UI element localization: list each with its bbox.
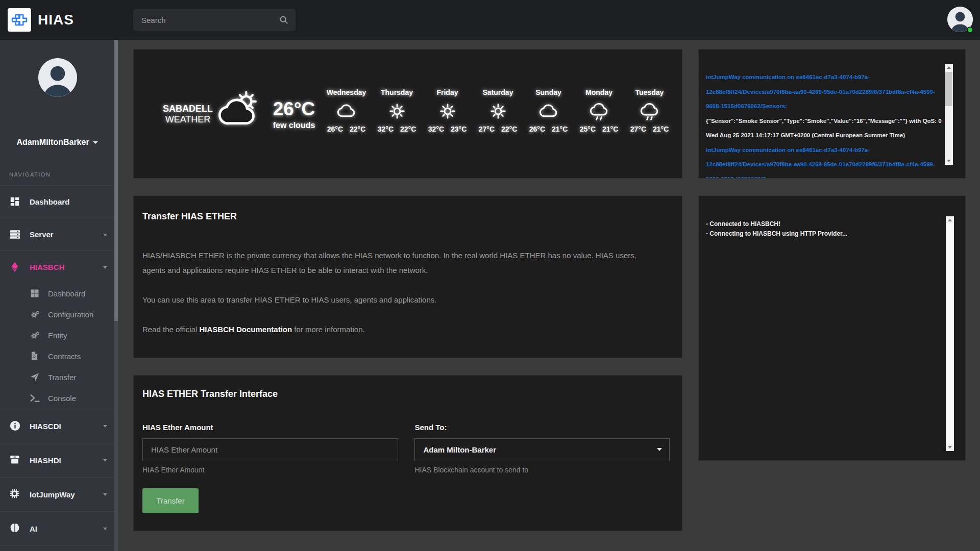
hiasbch-status-panel: - Connected to HIASBCH! - Connecting to … xyxy=(698,195,966,461)
amount-label: HIAS Ether Amount xyxy=(142,423,398,432)
chevron-down-icon xyxy=(103,234,107,236)
forecast-day: Saturday 27°C22°C xyxy=(473,88,523,133)
grid-icon xyxy=(30,288,41,299)
send-to-label: Send To: xyxy=(414,423,670,432)
panel-title: HIAS ETHER Transfer Interface xyxy=(142,389,670,399)
mqtt-log-scrollbar[interactable] xyxy=(945,64,953,165)
sidebar-item-hiascdi[interactable]: HIASCDI xyxy=(0,409,114,443)
sidebar-item-server[interactable]: Server xyxy=(0,218,114,251)
forecast-day-label: Tuesday xyxy=(624,88,675,96)
chevron-down-icon xyxy=(103,459,107,462)
chevron-down-icon xyxy=(103,266,107,269)
hiasbch-log-scrollbar[interactable] xyxy=(946,216,954,451)
sidebar-item-hiasbch[interactable]: HIASBCH xyxy=(0,251,114,283)
forecast-low: 23°C xyxy=(451,125,467,133)
forecast-day-label: Thursday xyxy=(372,88,422,96)
forecast-low: 22°C xyxy=(501,125,517,133)
hias-dashboard: HIAS xyxy=(0,0,980,551)
log-entry: iotJumpWay communication on ee8461ac-d7a… xyxy=(706,70,943,114)
gears-icon xyxy=(30,330,41,341)
rain-cloud-icon xyxy=(639,101,660,122)
panel-title: Transfer HIAS ETHER xyxy=(142,211,670,222)
sidebar-nav: Dashboard Server xyxy=(0,185,114,551)
microchip-icon xyxy=(9,488,21,500)
search-icon[interactable] xyxy=(278,14,289,26)
forecast-day: Monday 25°C21°C xyxy=(574,88,624,133)
weather-forecast: Wednesday 26°C22°C Thursday 32°C22°C Fri… xyxy=(321,88,675,133)
sidebar: AdamMiltonBarker NAVIGATION Dashboard xyxy=(0,40,118,551)
hias-logo-icon xyxy=(10,10,29,30)
sun-icon xyxy=(386,101,408,122)
sidebar-subitem-transfer[interactable]: Transfer xyxy=(0,367,114,388)
info-paragraph: Read the official HIASBCH Documentation … xyxy=(142,322,658,337)
status-line: - Connected to HIASBCH! xyxy=(706,219,937,229)
send-to-help-text: HIAS Blockchain account to send to xyxy=(414,466,670,474)
server-icon xyxy=(9,229,21,241)
chevron-down-icon xyxy=(103,493,107,496)
forecast-high: 26°C xyxy=(529,125,545,133)
forecast-low: 21°C xyxy=(653,125,669,133)
scrollbar-thumb[interactable] xyxy=(946,223,953,444)
send-to-select[interactable]: Adam Milton-Barker xyxy=(414,438,670,461)
forecast-low: 21°C xyxy=(552,125,568,133)
sidebar-subitem-entity[interactable]: Entity xyxy=(0,325,114,346)
sidebar-item-hiashdi[interactable]: HIASHDI xyxy=(0,443,114,477)
forecast-day: Tuesday 27°C21°C xyxy=(624,88,675,133)
cloud-icon xyxy=(336,101,357,122)
sidebar-subitem-contracts[interactable]: Contracts xyxy=(0,346,114,367)
scroll-up-icon[interactable] xyxy=(947,66,951,69)
brain-icon xyxy=(9,522,21,535)
documentation-link[interactable]: HIASBCH Documentation xyxy=(199,325,292,334)
forecast-high: 32°C xyxy=(428,125,444,133)
profile-avatar[interactable] xyxy=(38,58,77,97)
scroll-down-icon[interactable] xyxy=(947,160,951,162)
sidebar-item-ai[interactable]: AI xyxy=(0,511,114,545)
rain-cloud-icon xyxy=(589,101,610,122)
forecast-day-label: Monday xyxy=(574,88,624,96)
chevron-down-icon xyxy=(103,425,107,428)
weather-current: 26°C few clouds xyxy=(265,98,323,130)
amount-input[interactable] xyxy=(142,438,398,461)
chevron-down-icon xyxy=(103,528,107,530)
transfer-info-panel: Transfer HIAS ETHER HIAS/HIASBCH ETHER i… xyxy=(133,195,682,358)
sidebar-item-label: HIASBCH xyxy=(30,263,64,271)
info-paragraph: HIAS/HIASBCH ETHER is the private curren… xyxy=(142,248,658,278)
sidebar-scrollbar[interactable] xyxy=(114,40,118,551)
forecast-low: 21°C xyxy=(602,125,618,133)
weather-location-name: SABADELL xyxy=(154,104,222,114)
gears-icon xyxy=(30,309,41,320)
transfer-button[interactable]: Transfer xyxy=(142,488,199,513)
forecast-day: Wednesday 26°C22°C xyxy=(321,88,372,133)
forecast-low: 22°C xyxy=(350,125,365,133)
sidebar-subitem-label: Entity xyxy=(48,331,67,340)
forecast-day-label: Saturday xyxy=(473,88,523,96)
sidebar-item-robotics[interactable]: Robotics xyxy=(0,545,114,551)
sidebar-subitem-configuration[interactable]: Configuration xyxy=(0,304,114,325)
forecast-day: Sunday 26°C21°C xyxy=(523,88,574,133)
scroll-up-icon[interactable] xyxy=(948,219,952,221)
forecast-day: Thursday 32°C22°C xyxy=(372,88,422,133)
scroll-down-icon[interactable] xyxy=(948,446,952,448)
profile-name[interactable]: AdamMiltonBarker xyxy=(0,138,114,147)
terminal-icon xyxy=(30,393,41,404)
scrollbar-thumb[interactable] xyxy=(945,72,952,106)
current-temp: 26°C xyxy=(265,98,323,120)
contract-file-icon xyxy=(30,351,41,362)
brand-title: HIAS xyxy=(38,0,74,40)
log-entry: {"Sensor":"Smoke Sensor","Type":"Smoke",… xyxy=(706,114,943,129)
sidebar-item-iotjumpway[interactable]: IotJumpWay xyxy=(0,477,114,511)
sidebar-subitem-dashboard[interactable]: Dashboard xyxy=(0,283,114,304)
sidebar-item-label: HIASHDI xyxy=(30,456,61,465)
sidebar-item-dashboard[interactable]: Dashboard xyxy=(0,185,114,218)
sidebar-subitem-label: Dashboard xyxy=(48,289,85,298)
hias-logo[interactable] xyxy=(8,8,31,32)
search-input[interactable] xyxy=(133,9,278,31)
sidebar-subitem-console[interactable]: Console xyxy=(0,388,114,409)
forecast-day-label: Friday xyxy=(422,88,473,96)
nav-section-label: NAVIGATION xyxy=(9,171,51,178)
dashboard-grid-icon xyxy=(9,196,21,208)
forecast-high: 26°C xyxy=(327,125,343,133)
weather-location-sub: WEATHER xyxy=(154,114,222,125)
sidebar-subitem-label: Console xyxy=(48,394,76,403)
log-entry: Wed Aug 25 2021 14:17:17 GMT+0200 (Centr… xyxy=(706,128,943,143)
